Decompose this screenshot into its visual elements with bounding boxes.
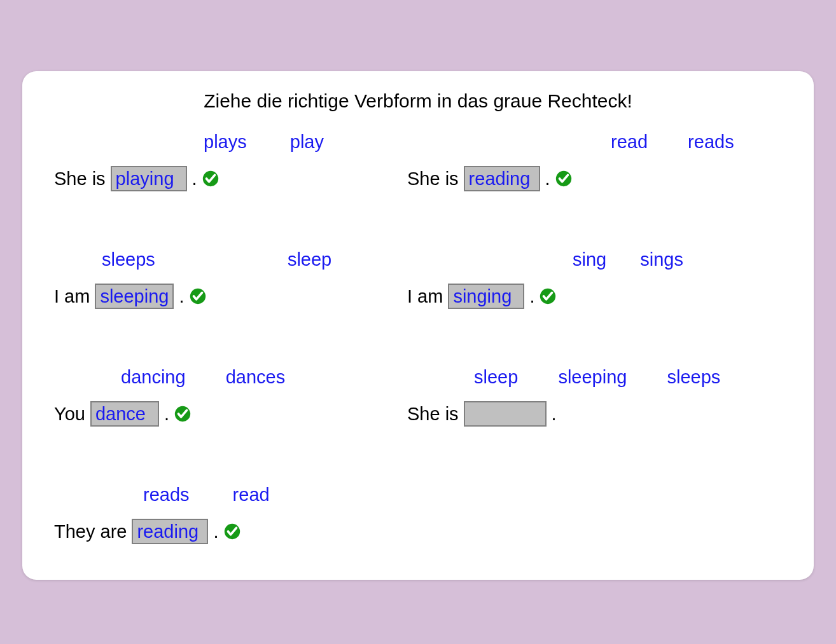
sentence-prefix: You [54, 404, 85, 425]
drop-zone[interactable]: sleeping [95, 284, 174, 309]
exercise-item: dancing dances You dance . [54, 367, 285, 427]
exercise-card: Ziehe die richtige Verbform in das graue… [22, 71, 814, 580]
draggable-option[interactable]: reads [688, 132, 734, 153]
draggable-option[interactable]: play [290, 132, 324, 153]
drop-zone[interactable]: dance [90, 401, 159, 427]
sentence-prefix: I am [407, 286, 443, 307]
sentence-period: . [179, 286, 184, 307]
option-row: sleep sleeping sleeps [407, 367, 720, 395]
drop-zone[interactable]: reading [132, 519, 208, 544]
sentence-row: She is . [407, 401, 720, 427]
draggable-option[interactable]: dances [226, 367, 286, 388]
exercise-item: read reads She is reading . [407, 132, 734, 191]
sentence-prefix: I am [54, 286, 90, 307]
checkmark-icon [202, 170, 219, 187]
option-row: plays play [54, 132, 324, 160]
sentence-period: . [552, 404, 557, 425]
checkmark-icon [174, 406, 191, 422]
option-row: read reads [407, 132, 734, 160]
draggable-option[interactable]: sings [640, 249, 683, 270]
sentence-prefix: She is [407, 168, 459, 189]
option-row: sing sings [407, 249, 683, 277]
sentence-prefix: She is [407, 404, 459, 425]
draggable-option[interactable]: reads [143, 484, 190, 505]
draggable-option[interactable]: read [233, 484, 270, 505]
draggable-option[interactable]: sleeps [102, 249, 155, 270]
drop-zone[interactable]: singing [448, 284, 524, 309]
sentence-prefix: They are [54, 521, 127, 542]
option-row: dancing dances [54, 367, 285, 395]
drop-zone[interactable]: reading [464, 166, 540, 191]
checkmark-icon [555, 170, 572, 187]
exercise-item: reads read They are reading . [54, 484, 270, 544]
option-row: reads read [54, 484, 270, 512]
checkmark-icon [224, 523, 240, 540]
exercise-item: sing sings I am singing . [407, 249, 683, 309]
sentence-period: . [192, 168, 197, 189]
sentence-row: She is playing . [54, 166, 324, 191]
drop-zone[interactable] [464, 401, 547, 427]
sentence-period: . [164, 404, 169, 425]
checkmark-icon [190, 288, 206, 305]
sentence-row: I am sleeping . [54, 284, 331, 309]
sentence-row: I am singing . [407, 284, 683, 309]
option-row: sleeps sleep [54, 249, 331, 277]
draggable-option[interactable]: sleep [474, 367, 518, 388]
sentence-row: She is reading . [407, 166, 734, 191]
sentence-prefix: She is [54, 168, 106, 189]
exercise-item: sleep sleeping sleeps She is . [407, 367, 720, 427]
draggable-option[interactable]: sleep [288, 249, 331, 270]
draggable-option[interactable]: sleeps [667, 367, 720, 388]
sentence-period: . [529, 286, 534, 307]
drop-zone[interactable]: playing [111, 166, 187, 191]
sentence-period: . [213, 521, 218, 542]
exercise-item: plays play She is playing . [54, 132, 324, 191]
sentence-row: They are reading . [54, 519, 270, 544]
instruction-text: Ziehe die richtige Verbform in das graue… [22, 90, 814, 112]
sentence-period: . [545, 168, 550, 189]
draggable-option[interactable]: plays [204, 132, 247, 153]
draggable-option[interactable]: read [611, 132, 648, 153]
draggable-option[interactable]: sleeping [558, 367, 627, 388]
draggable-option[interactable]: sing [573, 249, 606, 270]
checkmark-icon [540, 288, 556, 305]
sentence-row: You dance . [54, 401, 285, 427]
exercise-item: sleeps sleep I am sleeping . [54, 249, 331, 309]
draggable-option[interactable]: dancing [121, 367, 186, 388]
